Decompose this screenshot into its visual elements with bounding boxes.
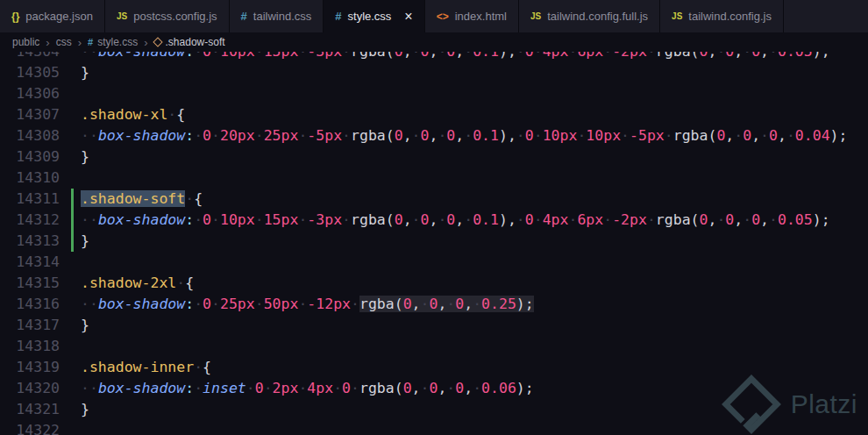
tab-tailwind.config.js[interactable]: JStailwind.config.js <box>660 0 784 32</box>
tab-index.html[interactable]: <>index.html <box>425 0 519 32</box>
code-token: 0 <box>751 52 760 60</box>
code-token: ); <box>516 380 534 396</box>
code-token: 25px <box>220 296 255 312</box>
code-token: · <box>412 52 421 60</box>
line-code: .shadow-inner·{ <box>68 357 211 378</box>
code-line[interactable]: 14320··box-shadow:·inset·0·2px·4px·0·rgb… <box>0 378 868 399</box>
tab-package.json[interactable]: {}package.json <box>0 0 105 32</box>
code-token: · <box>621 127 630 144</box>
code-token: box-shadow <box>98 380 185 396</box>
code-token: · <box>298 52 307 60</box>
code-token: 0 <box>446 211 455 228</box>
code-token: 0 <box>725 211 734 228</box>
code-token: rgba <box>351 127 386 144</box>
code-token: · <box>534 127 543 144</box>
code-token: · <box>769 211 778 228</box>
code-line[interactable]: 14311.shadow-soft·{ <box>0 189 868 210</box>
line-code: .shadow-xl·{ <box>68 104 185 125</box>
tab-postcss.config.js[interactable]: JSpostcss.config.js <box>105 0 230 32</box>
code-line[interactable]: 14310 <box>0 168 868 189</box>
code-token: · <box>333 380 342 396</box>
breadcrumb-item[interactable]: #style.css <box>88 36 138 48</box>
line-code: ··box-shadow:·0·25px·50px·-12px·rgba(0,·… <box>68 294 534 315</box>
code-token: · <box>194 296 203 312</box>
code-line[interactable]: 14316··box-shadow:·0·25px·50px·-12px·rgb… <box>0 294 868 315</box>
code-token: .shadow-inner <box>81 359 194 375</box>
code-token: 0.04 <box>795 127 830 144</box>
code-token: , <box>708 52 716 60</box>
code-token: · <box>603 211 612 228</box>
code-token: ), <box>499 52 516 60</box>
code-token: ( <box>691 211 700 228</box>
code-editor[interactable]: 14304··box-shadow:·0·10px·15px·-3px·rgba… <box>0 52 868 435</box>
code-token: 4px <box>543 52 569 60</box>
code-token: 0 <box>421 211 430 228</box>
html-file-icon: <> <box>437 11 449 22</box>
line-code: ··box-shadow:·0·10px·15px·-3px·rgba(0,·0… <box>68 210 830 231</box>
line-code <box>68 420 81 435</box>
code-token: · <box>464 127 473 144</box>
tab-style.css[interactable]: #style.css× <box>324 0 424 32</box>
code-token: , <box>455 52 464 60</box>
code-line[interactable]: 14322 <box>0 420 868 435</box>
code-token: · <box>264 380 273 396</box>
code-token: -3px <box>307 211 342 228</box>
code-token: 0 <box>395 211 403 228</box>
code-line[interactable]: 14307.shadow-xl·{ <box>0 104 868 125</box>
code-line[interactable]: 14318 <box>0 336 868 357</box>
code-token: · <box>351 296 359 312</box>
code-token: 0 <box>525 127 534 144</box>
code-token: .shadow-soft <box>81 190 185 207</box>
code-token: · <box>568 211 577 228</box>
code-line[interactable]: 14313} <box>0 231 868 252</box>
code-token: · <box>760 127 769 144</box>
code-token: · <box>568 52 577 60</box>
code-token: , <box>438 380 446 396</box>
code-line[interactable]: 14319.shadow-inner·{ <box>0 357 868 378</box>
line-number: 14308 <box>0 125 68 146</box>
close-icon[interactable]: × <box>404 10 412 24</box>
code-token: · <box>412 127 421 144</box>
code-line[interactable]: 14315.shadow-2xl·{ <box>0 273 868 294</box>
breadcrumb-item[interactable]: public <box>12 36 39 48</box>
code-token: , <box>760 52 769 60</box>
code-token: { <box>176 106 185 123</box>
line-number: 14321 <box>0 399 68 420</box>
code-token: 0 <box>203 52 211 60</box>
breadcrumb-item[interactable]: .shadow-soft <box>154 36 225 48</box>
code-line[interactable]: 14306 <box>0 83 868 104</box>
code-token: , <box>429 52 438 60</box>
code-token: · <box>473 380 481 396</box>
code-token: · <box>298 380 307 396</box>
code-token: · <box>298 211 307 228</box>
breadcrumb-item[interactable]: css <box>56 36 72 48</box>
code-token: · <box>421 296 430 312</box>
code-token: , <box>455 211 464 228</box>
code-token: · <box>342 52 351 60</box>
code-lines: 14304··box-shadow:·0·10px·15px·-3px·rgba… <box>0 52 868 435</box>
code-token: · <box>534 211 543 228</box>
code-token: rgba <box>656 211 691 228</box>
code-token: -2px <box>612 211 647 228</box>
tab-tailwind.config.full.js[interactable]: JStailwind.config.full.js <box>519 0 660 32</box>
code-token: , <box>464 380 473 396</box>
code-line[interactable]: 14304··box-shadow:·0·10px·15px·-3px·rgba… <box>0 52 868 62</box>
code-line[interactable]: 14321} <box>0 399 868 420</box>
code-token: rgba <box>359 380 395 396</box>
breadcrumb-separator-icon: › <box>144 36 147 49</box>
code-token: · <box>211 127 220 144</box>
code-line[interactable]: 14312··box-shadow:·0·10px·15px·-3px·rgba… <box>0 210 868 231</box>
code-token: ( <box>395 380 403 396</box>
code-line[interactable]: 14308··box-shadow:·0·20px·25px·-5px·rgba… <box>0 125 868 146</box>
code-token: 0 <box>421 127 430 144</box>
code-line[interactable]: 14309} <box>0 146 868 168</box>
line-number: 14318 <box>0 336 68 357</box>
code-token: · <box>255 211 264 228</box>
code-token: · <box>185 190 194 207</box>
code-token: : <box>185 380 194 396</box>
code-line[interactable]: 14317} <box>0 315 868 336</box>
code-line[interactable]: 14314 <box>0 252 868 273</box>
code-token: , <box>429 211 438 228</box>
code-line[interactable]: 14305} <box>0 62 868 83</box>
tab-tailwind.css[interactable]: #tailwind.css <box>230 0 324 32</box>
